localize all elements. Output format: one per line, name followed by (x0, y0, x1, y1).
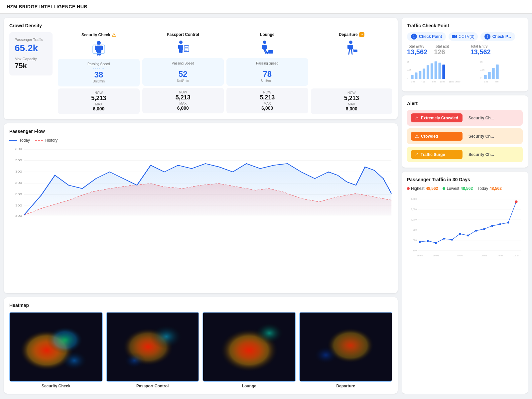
tcp-chart2: 5k 2.5k 0 0:00 4:00 (470, 59, 523, 85)
tcp-tab1-label: Check Point (419, 34, 442, 39)
heatmap-card: Heatmap (4, 297, 398, 394)
heatmap-label-passport: Passport Control (136, 384, 169, 388)
svg-text:10-04: 10-04 (433, 254, 439, 257)
svg-text:0: 0 (407, 76, 408, 79)
svg-text:4:00: 4:00 (421, 81, 425, 83)
svg-text:300: 300 (413, 249, 417, 252)
svg-point-111 (499, 223, 501, 225)
tcp-divider (465, 44, 465, 86)
svg-marker-61 (456, 35, 457, 38)
max-capacity-value: 75k (15, 62, 47, 70)
svg-point-0 (97, 41, 101, 45)
cp-security-header: Security Check ⚠ (81, 32, 116, 38)
svg-point-104 (443, 238, 445, 240)
svg-text:0:00: 0:00 (411, 81, 415, 83)
tcp-entries1: Total Entry 13,562 Total Exit 126 (407, 44, 460, 56)
svg-text:600: 600 (413, 239, 417, 241)
tcp-tab2[interactable]: 1 Check P... (480, 32, 515, 41)
passenger-traffic-value: 65.2k (15, 43, 47, 54)
tcp-tab1[interactable]: 1 Check Point (407, 32, 446, 41)
alert-icon-2: ↗ (415, 152, 419, 157)
svg-text:1,500: 1,500 (411, 208, 417, 210)
pt30-legend: Highest 48,562 Lowest 48,562 Today 48,56… (407, 186, 523, 191)
svg-rect-53 (107, 313, 198, 381)
tcp-exit-stat: Total Exit 126 (434, 44, 449, 56)
heatmap-img-departure (299, 312, 393, 382)
svg-rect-70 (431, 63, 433, 79)
svg-rect-71 (435, 62, 437, 79)
pt30-legend-lowest: Lowest 48,562 (443, 186, 473, 191)
tcp-tab1-num: 1 (411, 34, 417, 40)
svg-point-110 (491, 225, 493, 227)
heatmap-img-lounge (202, 312, 296, 382)
svg-text:900: 900 (413, 229, 417, 231)
svg-rect-84 (488, 72, 490, 79)
tcp-chart1: 5k 2.5k 0 0:00 (407, 59, 460, 85)
svg-rect-83 (484, 75, 486, 79)
svg-rect-11 (179, 50, 181, 53)
alert-item-1: ⚠ Crowded Security Ch... (407, 128, 523, 144)
pt30-today-value: 48,562 (489, 186, 502, 191)
alert-badge-1[interactable]: ⚠ Crowded (411, 132, 463, 141)
svg-text:300: 300 (15, 181, 22, 185)
max-capacity-label: Max Capacity (15, 57, 47, 61)
cctv-icon (452, 35, 457, 39)
pt30-legend-highest: Highest 48,562 (407, 186, 438, 191)
tcp-panel2: Total Entry 13,562 5k 2.5k 0 0:00 4:00 (470, 44, 523, 86)
cp-departure-stats: NOW 5,213 MAX 6,000 (311, 88, 393, 114)
security-alert-icon: ⚠ (112, 32, 116, 38)
tcp-cctv-label: CCTV(3) (459, 34, 474, 39)
tcp-cctv-badge[interactable]: CCTV(3) (449, 32, 477, 41)
svg-rect-73 (442, 65, 445, 79)
cp-lounge-header: Lounge (260, 32, 274, 37)
svg-rect-22 (268, 50, 273, 54)
pt30-highest-value: 48,562 (426, 186, 438, 191)
svg-text:10-04: 10-04 (417, 254, 423, 257)
tcp-stats-row: Total Entry 13,562 Total Exit 126 5k 2.5… (407, 44, 523, 86)
pt30-dot-lowest (443, 187, 445, 190)
tcp-total-entry-label: Total Entry (407, 44, 427, 48)
alert-badge-text-1: Crowded (421, 134, 438, 139)
svg-rect-68 (423, 68, 425, 79)
tcp-tabs-row: 1 Check Point CCTV(3) 1 Check P... (407, 32, 523, 41)
tcp-total-entry-value: 13,562 (407, 48, 427, 56)
svg-point-108 (475, 230, 477, 232)
heatmap-item-lounge: Lounge (202, 312, 296, 388)
cp-passport-stats: NOW 5,213 MAX 6,000 (142, 88, 224, 113)
alert-badge-0[interactable]: ⚠ Extremely Crowded (411, 113, 463, 122)
passenger-flow-card: Passenger Flow Today History 300 300 300 (4, 123, 398, 293)
svg-text:300: 300 (15, 214, 22, 217)
svg-text:1,200: 1,200 (411, 218, 417, 221)
svg-text:20:00: 20:00 (456, 81, 461, 83)
pt30-chart: 1,800 1,500 1,200 900 600 300 (407, 194, 523, 261)
alert-title: Alert (407, 101, 523, 106)
svg-point-107 (467, 234, 469, 236)
svg-text:0: 0 (480, 76, 481, 79)
svg-text:2.5k: 2.5k (480, 68, 484, 71)
flow-legend: Today History (9, 138, 392, 143)
pt30-card: Passenger Traffic in 30 Days Highest 48,… (402, 172, 528, 394)
cp-lounge-speed: Passing Speed - - - - → 78 Unit/min (226, 58, 308, 86)
tcp-tab2-label: Check P... (492, 34, 511, 39)
svg-point-105 (451, 239, 453, 241)
svg-rect-13 (184, 46, 189, 52)
svg-rect-72 (439, 63, 441, 79)
heatmap-title: Heatmap (9, 303, 392, 308)
heatmap-item-passport: Passport Control (106, 312, 200, 388)
alert-badge-2[interactable]: ↗ Traffic Surge (411, 150, 463, 159)
svg-line-29 (351, 50, 352, 54)
heatmap-img-passport (106, 312, 200, 382)
svg-rect-66 (415, 72, 418, 79)
crowd-density-title: Crowd Density (9, 23, 392, 28)
tcp-total-entry2-label: Total Entry (470, 44, 491, 48)
tcp-panel1: Total Entry 13,562 Total Exit 126 5k 2.5… (407, 44, 460, 86)
svg-point-24 (349, 41, 352, 44)
svg-rect-67 (419, 71, 421, 79)
svg-rect-49 (10, 313, 102, 381)
svg-rect-85 (492, 68, 494, 79)
svg-point-106 (459, 233, 461, 235)
tcp-total-exit-label: Total Exit (434, 44, 449, 48)
pt30-legend-today: Today 48,562 (477, 186, 502, 191)
checkpoint-lounge: Lounge (226, 32, 308, 114)
svg-text:16:00: 16:00 (449, 81, 454, 83)
